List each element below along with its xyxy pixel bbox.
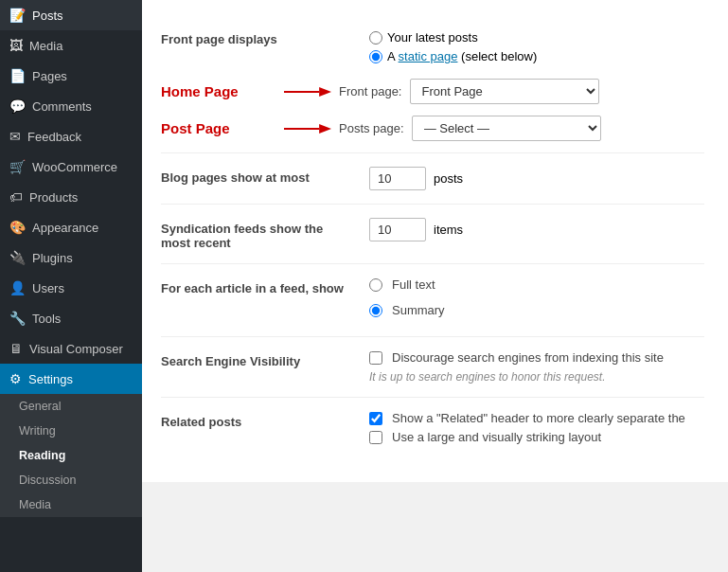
sidebar-label-plugins: Plugins [32, 251, 73, 265]
related-posts-label1: Show a "Related" header to more clearly … [392, 411, 685, 425]
sidebar-icon-plugins: 🔌 [9, 250, 26, 265]
sidebar-item-settings[interactable]: ⚙Settings [0, 364, 142, 394]
post-page-row: Post Page Posts page: — Select — Blog Ne… [161, 110, 704, 147]
blog-pages-input[interactable] [369, 167, 426, 190]
sidebar-item-media[interactable]: 🖼Media [0, 30, 142, 61]
summary-label: Summary [392, 303, 445, 317]
submenu-item-discussion[interactable]: Discussion [0, 468, 142, 492]
home-page-arrow [284, 81, 331, 102]
sidebar-icon-products: 🏷 [9, 189, 23, 205]
svg-marker-3 [319, 124, 331, 134]
search-engine-checkbox-label: Discourage search engines from indexing … [392, 350, 664, 365]
static-page-option[interactable]: A static page (select below) [369, 49, 704, 63]
sidebar-icon-users: 👤 [9, 280, 26, 295]
sidebar-item-users[interactable]: 👤Users [0, 273, 142, 303]
sidebar-item-pages[interactable]: 📄Pages [0, 61, 142, 91]
related-posts-label: Related posts [161, 411, 369, 429]
related-posts-row: Related posts Show a "Related" header to… [161, 398, 704, 463]
blog-pages-label: Blog pages show at most [161, 167, 369, 185]
svg-marker-1 [319, 87, 331, 97]
related-posts-option1[interactable]: Show a "Related" header to more clearly … [369, 411, 704, 425]
sidebar-label-posts: Posts [32, 9, 63, 23]
sidebar-item-feedback[interactable]: ✉Feedback [0, 121, 142, 152]
sidebar-icon-comments: 💬 [9, 98, 26, 114]
sidebar-item-tools[interactable]: 🔧Tools [0, 303, 142, 333]
sidebar-icon-pages: 📄 [9, 68, 26, 83]
search-engine-row: Search Engine Visibility Discourage sear… [161, 337, 704, 398]
article-feed-label: For each article in a feed, show [161, 277, 369, 295]
sidebar-label-feedback: Feedback [27, 130, 81, 144]
sidebar-label-users: Users [32, 281, 64, 295]
sidebar-icon-settings: ⚙ [9, 371, 22, 386]
summary-option[interactable]: Summary [369, 303, 704, 317]
search-engine-note: It is up to search engines to honor this… [369, 370, 704, 384]
blog-pages-control: posts [369, 167, 704, 190]
full-text-option[interactable]: Full text [369, 277, 704, 292]
syndication-unit: items [434, 223, 463, 237]
sidebar-item-woocommerce[interactable]: 🛒WooCommerce [0, 152, 142, 182]
front-page-inline-label: Front page: [339, 84, 402, 98]
sidebar-label-media: Media [29, 39, 62, 53]
sidebar-item-products[interactable]: 🏷Products [0, 182, 142, 212]
blog-pages-unit: posts [434, 171, 463, 186]
post-page-annotation: Post Page [161, 120, 284, 136]
latest-posts-radio[interactable] [369, 31, 382, 45]
sidebar-icon-feedback: ✉ [9, 129, 21, 144]
syndication-label: Syndication feeds show the most recent [161, 218, 369, 250]
front-page-controls: Your latest posts A static page (select … [369, 30, 704, 63]
posts-page-inline-label: Posts page: [339, 121, 404, 135]
post-page-arrow [284, 118, 331, 139]
sidebar: 📝Posts🖼Media📄Pages💬Comments✉Feedback🛒Woo… [0, 0, 142, 572]
sidebar-item-comments[interactable]: 💬Comments [0, 91, 142, 121]
related-posts-control: Show a "Related" header to more clearly … [369, 411, 704, 450]
sidebar-label-tools: Tools [32, 312, 61, 326]
sidebar-label-appearance: Appearance [32, 221, 98, 235]
syndication-input[interactable] [369, 218, 426, 241]
front-page-select[interactable]: Front Page About Contact Blog [410, 79, 599, 104]
sidebar-icon-visual-composer: 🖥 [9, 341, 23, 356]
article-feed-row: For each article in a feed, show Full te… [161, 264, 704, 337]
full-text-radio[interactable] [369, 278, 382, 292]
main-content: Front page displays Your latest posts A … [142, 0, 728, 572]
settings-submenu: GeneralWritingReadingDiscussionMedia [0, 394, 142, 517]
posts-page-select[interactable]: — Select — Blog News [412, 116, 601, 141]
related-posts-checkbox2[interactable] [369, 431, 382, 444]
syndication-control: items [369, 218, 704, 241]
front-page-section: Front page displays Your latest posts A … [161, 19, 704, 153]
full-text-label: Full text [392, 277, 435, 292]
sidebar-label-settings: Settings [28, 372, 73, 386]
sidebar-item-appearance[interactable]: 🎨Appearance [0, 212, 142, 242]
article-feed-control: Full text Summary [369, 277, 704, 323]
sidebar-icon-appearance: 🎨 [9, 220, 26, 235]
sidebar-item-plugins[interactable]: 🔌Plugins [0, 242, 142, 273]
blog-pages-row: Blog pages show at most posts [161, 153, 704, 205]
sidebar-icon-posts: 📝 [9, 8, 26, 23]
related-posts-option2[interactable]: Use a large and visually striking layout [369, 430, 704, 444]
submenu-item-media-sub[interactable]: Media [0, 492, 142, 517]
sidebar-icon-media: 🖼 [9, 38, 23, 53]
static-page-link[interactable]: static page [399, 49, 458, 63]
search-engine-option[interactable]: Discourage search engines from indexing … [369, 350, 704, 365]
search-engine-label: Search Engine Visibility [161, 350, 369, 368]
submenu-item-reading[interactable]: Reading [0, 443, 142, 468]
latest-posts-option[interactable]: Your latest posts [369, 30, 704, 45]
static-page-radio[interactable] [369, 50, 382, 63]
content-area: Front page displays Your latest posts A … [142, 0, 728, 482]
summary-radio[interactable] [369, 304, 382, 317]
submenu-item-general[interactable]: General [0, 394, 142, 419]
submenu-item-writing[interactable]: Writing [0, 419, 142, 443]
sidebar-item-visual-composer[interactable]: 🖥Visual Composer [0, 333, 142, 364]
related-posts-checkbox1[interactable] [369, 412, 382, 425]
sidebar-label-visual-composer: Visual Composer [29, 342, 123, 356]
search-engine-checkbox[interactable] [369, 351, 382, 365]
home-page-row: Home Page Front page: Front Page About C… [161, 73, 704, 110]
front-page-displays-label: Front page displays [161, 30, 369, 46]
home-page-annotation: Home Page [161, 83, 284, 99]
sidebar-label-woocommerce: WooCommerce [32, 160, 117, 174]
sidebar-label-comments: Comments [32, 99, 92, 114]
sidebar-label-pages: Pages [32, 69, 67, 83]
syndication-row: Syndication feeds show the most recent i… [161, 205, 704, 264]
sidebar-label-products: Products [29, 190, 78, 205]
sidebar-item-posts[interactable]: 📝Posts [0, 0, 142, 30]
sidebar-icon-woocommerce: 🛒 [9, 159, 26, 174]
